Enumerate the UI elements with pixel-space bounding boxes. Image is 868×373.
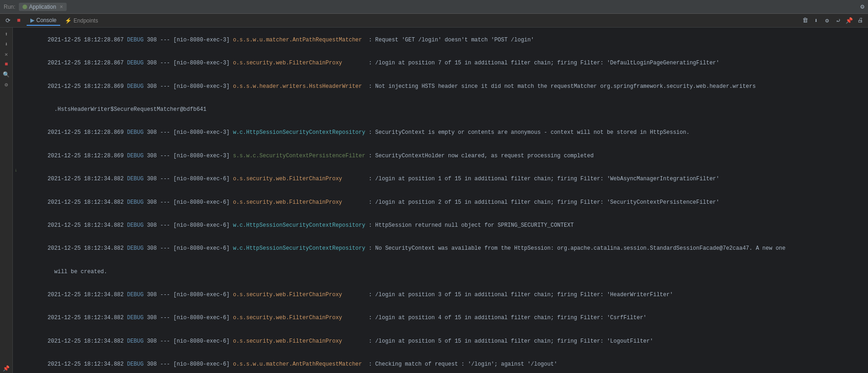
log-arrow [15, 75, 21, 75]
log-line: 2021-12-25 18:12:28.869 DEBUG 308 --- [n… [13, 121, 868, 144]
log-line: 2021-12-25 18:12:34.882 DEBUG 308 --- [n… [13, 214, 868, 237]
restart-button[interactable]: ⟳ [3, 16, 13, 26]
log-line: 2021-12-25 18:12:28.869 DEBUG 308 --- [n… [13, 75, 868, 98]
toolbar: ⟳ ■ ▶ Console ⚡ Endpoints 🗑 ⬇ ⚙ ⤾ 📌 🖨 [0, 14, 868, 28]
tab-close-icon[interactable]: × [60, 4, 63, 10]
log-text: 2021-12-25 18:12:34.882 DEBUG 308 --- [n… [21, 167, 866, 190]
application-tab[interactable]: Application × [19, 3, 67, 11]
log-arrow [15, 283, 21, 284]
log-line: 2021-12-25 18:12:34.882 DEBUG 308 --- [n… [13, 283, 868, 306]
log-line: 2021-12-25 18:12:34.882 DEBUG 308 --- [n… [13, 237, 868, 260]
log-line: 2021-12-25 18:12:34.882 DEBUG 308 --- [n… [13, 307, 868, 330]
log-text: 2021-12-25 18:12:28.867 DEBUG 308 --- [n… [21, 52, 866, 75]
endpoints-icon: ⚡ [65, 17, 72, 24]
console-tab-label: Console [36, 17, 57, 23]
wrap-button[interactable]: ⤾ [833, 16, 843, 26]
log-line: 2021-12-25 18:12:28.867 DEBUG 308 --- [n… [13, 29, 868, 52]
gutter-btn-4[interactable]: ■ [2, 60, 11, 69]
log-line: 2021-12-25 18:12:34.882 DEBUG 308 --- [n… [13, 330, 868, 353]
log-arrow [15, 144, 21, 145]
top-bar: Run: Application × ⚙ [0, 0, 868, 14]
left-gutter: ⬆ ⬇ ✕ ■ 🔍 ⚙ 📌 [0, 28, 13, 373]
log-arrow [15, 29, 21, 29]
log-arrow [15, 330, 21, 330]
clear-button[interactable]: 🗑 [800, 16, 810, 26]
tab-endpoints[interactable]: ⚡ Endpoints [61, 16, 102, 25]
print-button[interactable]: 🖨 [855, 16, 865, 26]
log-arrow [15, 52, 21, 52]
log-arrow [15, 214, 21, 214]
gutter-btn-1[interactable]: ⬆ [2, 29, 11, 39]
gutter-btn-2[interactable]: ⬇ [2, 40, 11, 49]
log-line: ↓ 2021-12-25 18:12:34.882 DEBUG 308 --- … [13, 167, 868, 190]
log-arrow [15, 353, 21, 353]
log-text: 2021-12-25 18:12:28.867 DEBUG 308 --- [n… [21, 29, 866, 52]
log-text: 2021-12-25 18:12:34.882 DEBUG 308 --- [n… [21, 237, 866, 260]
tab-console[interactable]: ▶ Console [27, 16, 60, 26]
gutter-btn-5[interactable]: 🔍 [2, 70, 11, 79]
gutter-btn-6[interactable]: ⚙ [2, 80, 11, 89]
log-arrow [15, 121, 21, 122]
tab-bar: ▶ Console ⚡ Endpoints [27, 16, 102, 26]
main-area: ⬆ ⬇ ✕ ■ 🔍 ⚙ 📌 2021-12-25 18:12:28.867 DE… [0, 28, 868, 373]
stop-button[interactable]: ■ [14, 16, 24, 26]
settings-icon[interactable]: ⚙ [861, 3, 864, 11]
log-text: 2021-12-25 18:12:28.869 DEBUG 308 --- [n… [21, 121, 866, 144]
filter-button[interactable]: ⚙ [822, 16, 832, 26]
console-icon: ▶ [30, 17, 34, 23]
app-tab-label: Application [29, 4, 56, 10]
gutter-btn-3[interactable]: ✕ [2, 50, 11, 59]
pin-button[interactable]: 📌 [844, 16, 854, 26]
log-text: .HstsHeaderWriter$SecureRequestMatcher@b… [21, 98, 866, 121]
log-line: 2021-12-25 18:12:34.882 DEBUG 308 --- [n… [13, 191, 868, 214]
log-arrow [15, 191, 21, 191]
log-text: 2021-12-25 18:12:34.882 DEBUG 308 --- [n… [21, 353, 866, 373]
gutter-btn-7[interactable]: 📌 [2, 364, 11, 373]
log-text: 2021-12-25 18:12:28.869 DEBUG 308 --- [n… [21, 75, 866, 98]
log-arrow [15, 98, 21, 98]
log-arrow: ↓ [15, 167, 21, 173]
log-text: 2021-12-25 18:12:34.882 DEBUG 308 --- [n… [21, 307, 866, 330]
run-label: Run: [4, 4, 15, 10]
log-line: .HstsHeaderWriter$SecureRequestMatcher@b… [13, 98, 868, 121]
log-arrow [15, 237, 21, 238]
log-line: 2021-12-25 18:12:34.882 DEBUG 308 --- [n… [13, 353, 868, 373]
endpoints-tab-label: Endpoints [74, 17, 98, 24]
scroll-end-button[interactable]: ⬇ [811, 16, 821, 26]
log-area[interactable]: 2021-12-25 18:12:28.867 DEBUG 308 --- [n… [13, 28, 868, 373]
log-text: will be created. [21, 260, 866, 283]
log-text: 2021-12-25 18:12:34.882 DEBUG 308 --- [n… [21, 283, 866, 306]
run-icon [23, 5, 27, 9]
log-arrow [15, 260, 21, 261]
log-line: 2021-12-25 18:12:28.867 DEBUG 308 --- [n… [13, 52, 868, 75]
log-line: will be created. [13, 260, 868, 283]
log-text: 2021-12-25 18:12:34.882 DEBUG 308 --- [n… [21, 191, 866, 214]
log-arrow [15, 307, 21, 307]
log-text: 2021-12-25 18:12:34.882 DEBUG 308 --- [n… [21, 214, 866, 237]
log-text: 2021-12-25 18:12:28.869 DEBUG 308 --- [n… [21, 144, 866, 167]
log-text: 2021-12-25 18:12:34.882 DEBUG 308 --- [n… [21, 330, 866, 353]
log-line: 2021-12-25 18:12:28.869 DEBUG 308 --- [n… [13, 144, 868, 167]
